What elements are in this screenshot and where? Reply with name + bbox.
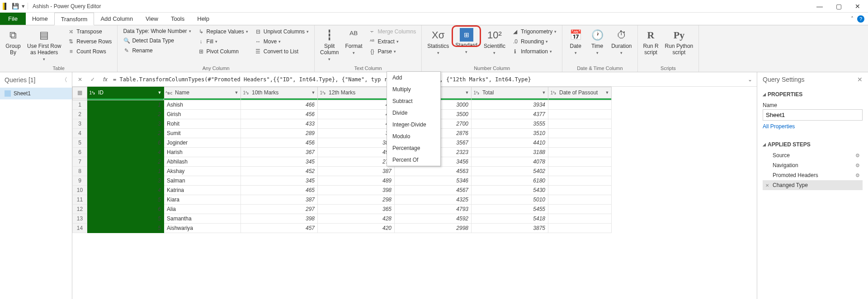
quick-access-toolbar: 💾 ▾ (9, 3, 28, 9)
run-r-button[interactable]: RRun R script (642, 27, 660, 57)
convert-to-list-button[interactable]: ☰Convert to List (253, 47, 311, 56)
group-by-button[interactable]: ⧉ Group By (4, 27, 23, 57)
group-date-time: 📅Date 🕐Time ⏱Duration Date & Time Column (562, 25, 637, 72)
extract-button[interactable]: ᴬᴮExtract (367, 37, 418, 46)
app-logo (3, 3, 6, 10)
statistics-button[interactable]: Χσ Statistics (425, 27, 451, 56)
reverse-rows-button[interactable]: ⇅Reverse Rows (66, 37, 113, 46)
extract-icon: ᴬᴮ (368, 38, 376, 45)
move-button[interactable]: ↔Move (253, 37, 311, 46)
pivot-icon: ⊞ (198, 48, 205, 55)
tab-home[interactable]: Home (26, 13, 54, 25)
count-icon: ≡ (67, 48, 75, 55)
reverse-icon: ⇅ (67, 38, 75, 45)
information-button[interactable]: ℹInformation (510, 47, 558, 56)
qat-dropdown-icon[interactable]: ▾ (22, 3, 25, 9)
group-by-icon: ⧉ (6, 28, 20, 42)
unpivot-columns-button[interactable]: ⊟Unpivot Columns (253, 27, 311, 36)
help-icon[interactable]: ? (857, 15, 864, 23)
close-button[interactable]: ✕ (852, 3, 863, 10)
replace-icon: ↳ (198, 28, 205, 35)
rename-icon: ✎ (123, 47, 130, 54)
time-button[interactable]: 🕐Time (588, 27, 607, 56)
use-first-row-button[interactable]: ▤ Use First Row as Headers (25, 27, 63, 62)
pivot-column-button[interactable]: ⊞Pivot Column (196, 47, 250, 56)
list-icon: ☰ (255, 48, 262, 55)
ribbon: ⧉ Group By ▤ Use First Row as Headers ⤭T… (0, 25, 868, 72)
trigonometry-button[interactable]: ◢Trigonometry (510, 27, 558, 36)
ribbon-tabs: File Home Transform Add Column View Tool… (0, 13, 868, 25)
group-any-column: Data Type: Whole Number 🔍Detect Data Typ… (118, 25, 315, 72)
headers-icon: ▤ (37, 28, 52, 42)
python-icon: Py (672, 28, 686, 42)
tab-file[interactable]: File (0, 13, 26, 25)
fill-icon: ↓ (198, 38, 205, 45)
group-number-column: Χσ Statistics ⊞ Standard 10² Scientific … (422, 25, 562, 72)
standard-dropdown-menu: AddMultiplySubtractDivideInteger-DivideM… (387, 71, 441, 72)
split-column-button[interactable]: ┇ Split Column (318, 27, 340, 62)
fill-button[interactable]: ↓Fill (196, 37, 250, 46)
date-button[interactable]: 📅Date (566, 27, 585, 56)
title-bar: 💾 ▾ Ashish - Power Query Editor — ▢ ✕ (0, 0, 868, 13)
tab-view[interactable]: View (139, 13, 165, 25)
standard-button[interactable]: ⊞ Standard (453, 27, 479, 55)
rounding-button[interactable]: .0Rounding (510, 37, 558, 46)
data-type-button[interactable]: Data Type: Whole Number (121, 27, 193, 35)
unpivot-icon: ⊟ (255, 28, 262, 35)
time-icon: 🕐 (590, 28, 604, 42)
tab-add-column[interactable]: Add Column (94, 13, 139, 25)
rename-button[interactable]: ✎Rename (121, 46, 193, 55)
r-icon: R (644, 28, 658, 42)
transpose-button[interactable]: ⤭Transpose (66, 27, 113, 36)
transpose-icon: ⤭ (67, 28, 75, 35)
count-rows-button[interactable]: ≡Count Rows (66, 47, 113, 56)
standard-icon: ⊞ (460, 28, 473, 42)
merge-columns-button: ⫟Merge Columns (367, 27, 418, 36)
split-icon: ┇ (322, 28, 337, 42)
format-icon: ᴬᴮ (346, 28, 361, 42)
collapse-ribbon-icon[interactable]: ˄ (851, 16, 854, 22)
tab-tools[interactable]: Tools (165, 13, 191, 25)
detect-icon: 🔍 (123, 37, 130, 44)
format-button[interactable]: ᴬᴮ Format (343, 27, 364, 56)
trig-icon: ◢ (512, 28, 519, 35)
parse-icon: {} (368, 48, 376, 55)
replace-values-button[interactable]: ↳Replace Values (196, 27, 250, 36)
parse-button[interactable]: {}Parse (367, 47, 418, 56)
menu-item-add[interactable]: Add (387, 72, 440, 72)
group-scripts: RRun R script PyRun Python script Script… (638, 25, 699, 72)
window-title: Ashish - Power Query Editor (28, 3, 101, 9)
tab-transform[interactable]: Transform (54, 13, 94, 25)
detect-data-type-button[interactable]: 🔍Detect Data Type (121, 36, 193, 45)
group-text-column: ┇ Split Column ᴬᴮ Format ⫟Merge Columns … (315, 25, 422, 72)
scientific-icon: 10² (487, 28, 502, 42)
minimize-button[interactable]: — (814, 3, 826, 10)
info-icon: ℹ (512, 48, 519, 55)
run-python-button[interactable]: PyRun Python script (663, 27, 695, 57)
move-icon: ↔ (255, 38, 262, 45)
group-table: ⧉ Group By ▤ Use First Row as Headers ⤭T… (0, 25, 118, 72)
maximize-button[interactable]: ▢ (833, 3, 844, 10)
save-icon[interactable]: 💾 (12, 3, 19, 9)
scientific-button[interactable]: 10² Scientific (482, 27, 507, 56)
group-label: Table (4, 65, 113, 71)
duration-icon: ⏱ (614, 28, 629, 42)
date-icon: 📅 (568, 28, 583, 42)
tab-help[interactable]: Help (191, 13, 216, 25)
round-icon: .0 (512, 38, 519, 45)
duration-button[interactable]: ⏱Duration (609, 27, 633, 56)
merge-icon: ⫟ (368, 28, 376, 35)
statistics-icon: Χσ (431, 28, 445, 42)
